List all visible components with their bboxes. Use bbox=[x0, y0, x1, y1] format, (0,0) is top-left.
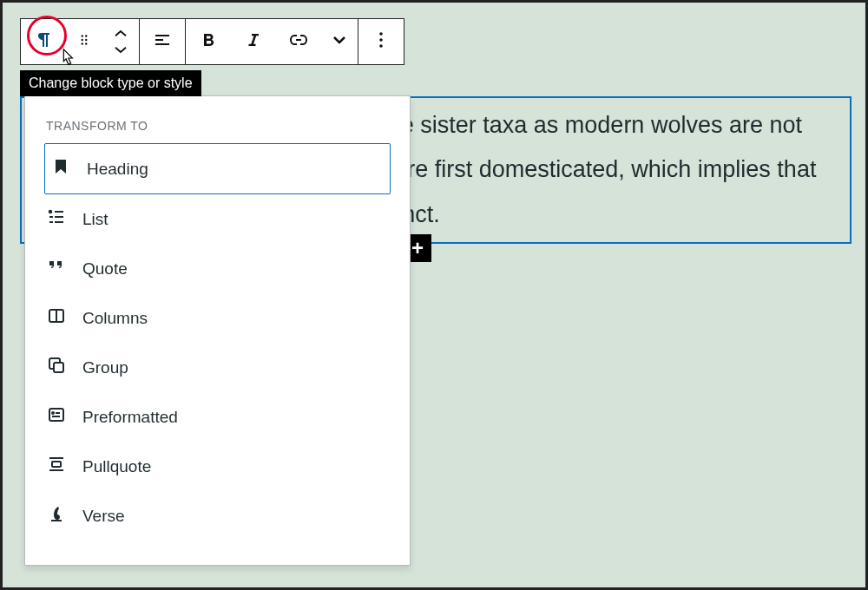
align-button[interactable] bbox=[140, 19, 185, 64]
move-block-buttons[interactable] bbox=[102, 19, 139, 64]
transform-option-label: Columns bbox=[82, 309, 148, 328]
link-button[interactable] bbox=[276, 19, 321, 64]
transform-option-pullquote[interactable]: Pullquote bbox=[25, 442, 410, 491]
italic-button[interactable] bbox=[231, 19, 276, 64]
link-icon bbox=[288, 30, 309, 54]
list-icon bbox=[46, 206, 67, 232]
transform-option-label: Preformatted bbox=[82, 408, 178, 427]
toolbar-group-format bbox=[186, 19, 358, 64]
toolbar-group-align bbox=[140, 19, 186, 64]
italic-icon bbox=[243, 30, 264, 54]
chevron-down-icon bbox=[329, 30, 350, 54]
transform-dropdown: Transform to Heading List Quote Columns … bbox=[24, 95, 411, 566]
block-type-button[interactable] bbox=[21, 19, 66, 64]
transform-option-quote[interactable]: Quote bbox=[25, 244, 410, 293]
svg-rect-22 bbox=[49, 409, 63, 421]
svg-point-11 bbox=[379, 44, 383, 48]
transform-option-label: Heading bbox=[87, 160, 148, 179]
transform-option-list[interactable]: List bbox=[25, 194, 410, 244]
transform-option-label: Group bbox=[82, 358, 128, 377]
dropdown-title: Transform to bbox=[25, 110, 410, 143]
bold-icon bbox=[198, 30, 219, 54]
chevron-up-icon bbox=[113, 26, 128, 42]
transform-option-columns[interactable]: Columns bbox=[25, 293, 410, 343]
bold-button[interactable] bbox=[186, 19, 231, 64]
preformatted-icon bbox=[46, 404, 67, 429]
transform-option-label: Quote bbox=[82, 259, 128, 279]
pullquote-icon bbox=[46, 454, 67, 479]
svg-point-23 bbox=[52, 412, 54, 414]
transform-option-preformatted[interactable]: Preformatted bbox=[25, 392, 410, 442]
transform-option-label: Verse bbox=[82, 507, 125, 526]
transform-option-label: Pullquote bbox=[82, 457, 151, 476]
svg-point-9 bbox=[379, 32, 383, 36]
svg-rect-27 bbox=[52, 462, 61, 467]
drag-icon bbox=[76, 32, 92, 51]
transform-option-heading[interactable]: Heading bbox=[44, 143, 391, 194]
svg-point-10 bbox=[379, 38, 383, 42]
svg-point-3 bbox=[85, 39, 87, 41]
columns-icon bbox=[46, 305, 67, 331]
svg-point-5 bbox=[85, 43, 87, 44]
heading-icon bbox=[50, 156, 71, 181]
tooltip: Change block type or style bbox=[20, 70, 201, 96]
svg-point-4 bbox=[82, 43, 83, 44]
svg-point-0 bbox=[82, 35, 83, 36]
quote-icon bbox=[46, 256, 67, 281]
paragraph-icon bbox=[33, 30, 54, 54]
block-toolbar bbox=[20, 18, 404, 65]
transform-option-group[interactable]: Group bbox=[25, 343, 410, 392]
toolbar-group-more bbox=[358, 19, 404, 64]
transform-option-verse[interactable]: Verse bbox=[25, 491, 410, 541]
svg-point-12 bbox=[49, 211, 52, 213]
svg-point-1 bbox=[85, 35, 87, 36]
more-format-button[interactable] bbox=[321, 19, 358, 64]
chevron-down-icon bbox=[113, 42, 128, 57]
kebab-icon bbox=[371, 30, 391, 54]
verse-icon bbox=[46, 503, 67, 528]
more-options-button[interactable] bbox=[358, 19, 404, 64]
svg-rect-21 bbox=[54, 363, 63, 372]
group-icon bbox=[46, 355, 67, 380]
transform-option-label: List bbox=[82, 210, 108, 229]
svg-point-2 bbox=[82, 39, 83, 41]
align-left-icon bbox=[152, 30, 173, 54]
toolbar-group-block bbox=[21, 19, 140, 64]
drag-handle[interactable] bbox=[66, 19, 102, 64]
